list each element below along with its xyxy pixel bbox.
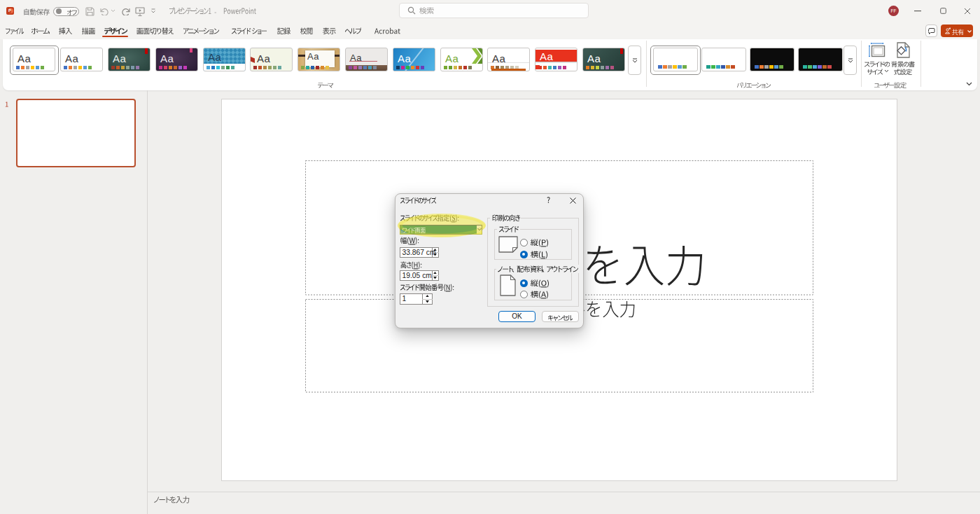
svg-text:P: P: [8, 8, 10, 13]
